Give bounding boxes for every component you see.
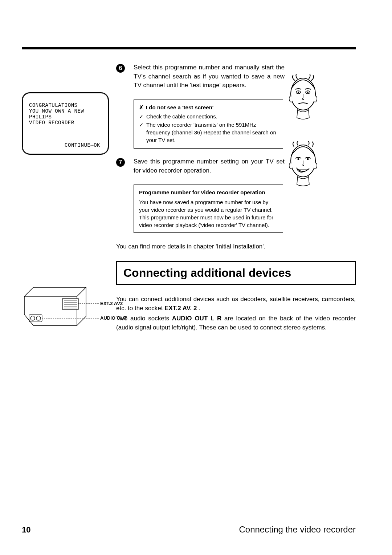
- footer-chapter-title: Connecting the video recorder: [239, 524, 356, 535]
- troubleshoot-title: I do not see a 'test screen': [139, 104, 278, 111]
- section-heading-box: Connecting additional devices: [116, 261, 356, 285]
- step-6: 6 Select this programme number and manua…: [116, 63, 356, 90]
- connector-diagram: EXT.2 AV2 AUDIO OUT: [23, 285, 106, 333]
- connector-label-ext2: EXT.2 AV2: [100, 301, 123, 306]
- step-7: 7 Save this programme number setting on …: [116, 157, 356, 175]
- svg-point-15: [36, 316, 41, 320]
- page-number: 10: [22, 525, 30, 535]
- paragraph-2: Two audio sockets AUDIO OUT L R are loca…: [116, 314, 356, 332]
- step-number-badge: 6: [116, 64, 125, 73]
- info-box-body: You have now saved a programme number fo…: [139, 198, 278, 229]
- left-column: CONGRATULATIONS YOU NOW OWN A NEW PHILIP…: [22, 92, 109, 155]
- troubleshoot-box: I do not see a 'test screen' Check the c…: [134, 100, 283, 149]
- para1-bold: EXT.2 AV. 2: [164, 305, 197, 312]
- troubleshoot-item-1: Check the cable connections.: [139, 113, 278, 120]
- tv-line-1: CONGRATULATIONS: [29, 102, 102, 108]
- paragraph-1: You can connect additional devices such …: [116, 295, 356, 313]
- tv-line-4: VIDEO RECORDER: [29, 120, 102, 126]
- smiling-face-illustration: [287, 141, 319, 188]
- section-heading: Connecting additional devices: [123, 266, 348, 280]
- page-footer: 10 Connecting the video recorder: [22, 524, 356, 535]
- step-7-text: Save this programme number setting on yo…: [134, 157, 285, 175]
- svg-point-7: [307, 158, 309, 160]
- info-box: Programme number for video recorder oper…: [134, 185, 283, 233]
- top-divider: [22, 47, 356, 49]
- para1-seg-a: You can connect additional devices such …: [116, 296, 356, 312]
- svg-rect-8: [62, 299, 78, 309]
- right-column: 6 Select this programme number and manua…: [116, 63, 356, 334]
- step-number-badge: 7: [116, 158, 125, 167]
- svg-point-4: [307, 92, 309, 93]
- troubleshoot-list: Check the cable connections. The video r…: [139, 113, 278, 144]
- para2-bold: AUDIO OUT L R: [172, 315, 221, 322]
- more-details-text: You can find more details in chapter 'In…: [116, 243, 356, 250]
- step-6-text: Select this programme number and manuall…: [134, 63, 285, 90]
- connector-label-audio: AUDIO OUT: [100, 315, 127, 321]
- tv-line-3: PHILIPS: [29, 114, 102, 120]
- tv-screen-illustration: CONGRATULATIONS YOU NOW OWN A NEW PHILIP…: [22, 92, 109, 155]
- svg-point-14: [30, 316, 35, 320]
- info-box-title: Programme number for video recorder oper…: [139, 189, 278, 196]
- confused-face-illustration: [287, 74, 319, 121]
- svg-point-3: [298, 92, 299, 93]
- manual-page: CONGRATULATIONS YOU NOW OWN A NEW PHILIP…: [0, 0, 392, 555]
- troubleshoot-item-2: The video recorder 'transmits' on the 59…: [139, 121, 278, 144]
- svg-point-6: [298, 158, 299, 160]
- tv-continue-prompt: CONTINUE→OK: [65, 142, 100, 148]
- para1-seg-c: .: [197, 305, 200, 312]
- tv-line-2: YOU NOW OWN A NEW: [29, 108, 102, 114]
